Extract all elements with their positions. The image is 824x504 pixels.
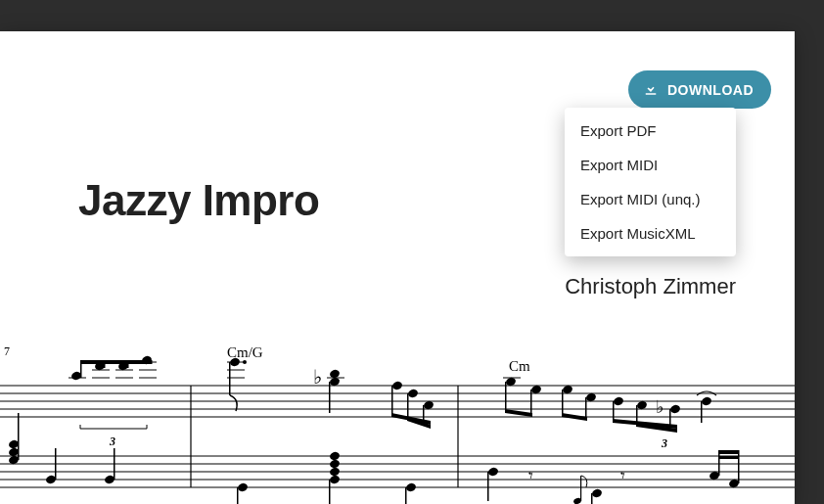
svg-text:♭: ♭	[313, 366, 322, 388]
svg-rect-82	[669, 409, 671, 425]
svg-rect-74	[585, 397, 587, 417]
svg-rect-62	[329, 480, 331, 504]
menu-item-export-musicxml[interactable]: Export MusicXML	[565, 216, 736, 251]
svg-rect-86	[701, 401, 703, 423]
svg-point-81	[669, 404, 681, 415]
svg-rect-36	[114, 448, 115, 480]
svg-point-48	[391, 381, 403, 391]
sheet-page: DOWNLOAD Export PDF Export MIDI Export M…	[0, 31, 795, 504]
svg-rect-49	[391, 386, 393, 415]
svg-rect-57	[237, 487, 239, 504]
download-menu: Export PDF Export MIDI Export MIDI (unq.…	[565, 108, 736, 256]
download-label: DOWNLOAD	[667, 82, 754, 98]
download-button[interactable]: DOWNLOAD	[628, 70, 771, 109]
svg-rect-34	[55, 448, 57, 480]
svg-rect-46	[329, 382, 331, 413]
svg-point-60	[329, 467, 341, 478]
chord-label: Cm/G	[227, 344, 263, 361]
svg-rect-99	[718, 450, 739, 454]
tuplet-number: 3	[110, 435, 115, 449]
svg-rect-72	[562, 389, 564, 415]
svg-point-59	[329, 459, 341, 470]
svg-point-58	[329, 451, 341, 462]
svg-point-56	[237, 482, 249, 493]
download-icon	[642, 79, 660, 100]
svg-rect-66	[505, 382, 507, 411]
svg-rect-98	[738, 450, 740, 483]
svg-rect-68	[530, 389, 532, 413]
svg-rect-38	[229, 362, 231, 395]
tuplet-number: 3	[662, 436, 667, 451]
menu-item-export-pdf[interactable]: Export PDF	[565, 114, 736, 148]
svg-point-92	[591, 488, 603, 499]
svg-text:𝄾: 𝄾	[620, 472, 625, 480]
svg-point-61	[329, 475, 341, 485]
svg-point-85	[701, 396, 712, 407]
svg-rect-51	[407, 393, 409, 419]
svg-rect-88	[487, 472, 489, 501]
svg-rect-64	[405, 487, 407, 504]
svg-rect-100	[718, 456, 739, 459]
svg-rect-91	[580, 476, 581, 501]
svg-rect-79	[636, 405, 638, 423]
score-notation: 7 Cm/G Cm 3 3	[0, 319, 795, 504]
chord-label: 7	[4, 344, 10, 359]
svg-marker-69	[505, 409, 532, 417]
svg-point-50	[407, 389, 419, 399]
svg-text:𝄾: 𝄾	[528, 472, 533, 480]
svg-rect-93	[591, 493, 593, 504]
svg-point-76	[613, 396, 624, 407]
menu-item-export-midi[interactable]: Export MIDI	[565, 148, 736, 182]
menu-item-export-midi-unq[interactable]: Export MIDI (unq.)	[565, 182, 736, 216]
svg-point-63	[405, 482, 417, 493]
svg-marker-75	[562, 413, 587, 421]
score-title: Jazzy Impro	[78, 176, 319, 225]
chord-label: Cm	[509, 358, 530, 375]
svg-point-87	[487, 467, 499, 478]
svg-rect-77	[613, 401, 615, 421]
staff-svg: ♭	[0, 319, 795, 504]
svg-text:♭: ♭	[656, 397, 664, 417]
svg-rect-15	[18, 413, 20, 460]
composer-name: Christoph Zimmer	[565, 274, 736, 299]
